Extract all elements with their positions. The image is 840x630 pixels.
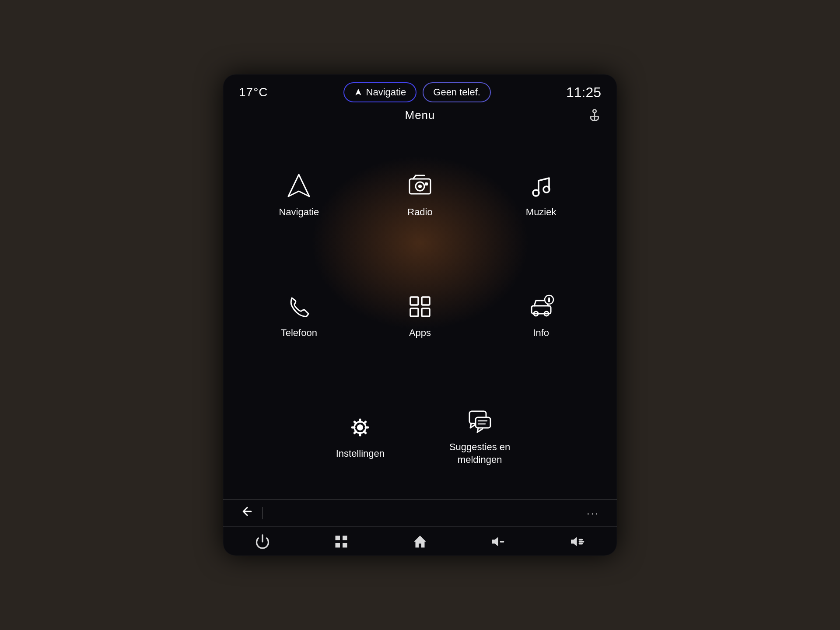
apps-label: Apps — [409, 327, 431, 340]
anchor-icon — [588, 108, 601, 122]
svg-rect-36 — [343, 536, 347, 541]
more-button[interactable]: ··· — [587, 507, 599, 519]
back-button[interactable] — [241, 505, 254, 521]
phone-button[interactable]: Geen telef. — [423, 82, 491, 102]
svg-rect-35 — [336, 536, 340, 541]
nav-button-label: Navigatie — [366, 87, 406, 98]
car-surround: 17°C Navigatie Geen telef. 11:25 Menu — [0, 0, 840, 630]
top-bar: 17°C Navigatie Geen telef. 11:25 — [223, 74, 617, 107]
svg-rect-38 — [343, 543, 347, 548]
temperature-display: 17°C — [239, 85, 268, 99]
info-label: Info — [533, 327, 549, 340]
grid-item-radio[interactable]: Radio — [362, 137, 479, 253]
bottom-nav — [223, 526, 617, 556]
telefoon-icon — [285, 293, 313, 321]
back-arrow-icon — [241, 505, 254, 518]
muziek-label: Muziek — [526, 206, 556, 219]
top-buttons: Navigatie Geen telef. — [343, 82, 491, 102]
home-nav-item[interactable] — [412, 534, 428, 550]
grid-item-apps[interactable]: Apps — [362, 258, 479, 374]
grid-item-info[interactable]: i Info — [483, 258, 599, 374]
suggesties-label: Suggesties en meldingen — [449, 441, 510, 466]
muziek-icon — [527, 172, 555, 200]
bottom-bar-left — [241, 505, 263, 521]
last-row: Instellingen — [241, 378, 599, 495]
grid-item-telefoon[interactable]: Telefoon — [241, 258, 357, 374]
navigatie-label: Navigatie — [279, 206, 319, 219]
settings-top-icon[interactable] — [588, 108, 601, 125]
navigation-button[interactable]: Navigatie — [343, 82, 417, 102]
power-nav-item[interactable] — [255, 534, 270, 550]
radio-label: Radio — [407, 206, 432, 219]
grid-icon — [333, 534, 349, 550]
svg-rect-11 — [410, 297, 418, 305]
nav-arrow-icon — [354, 88, 363, 97]
svg-text:i: i — [548, 297, 550, 303]
instellingen-label: Instellingen — [336, 448, 385, 460]
instellingen-icon — [346, 413, 374, 441]
apps-icon — [406, 293, 434, 321]
info-icon: i — [527, 293, 555, 321]
svg-point-5 — [419, 185, 421, 188]
svg-rect-13 — [410, 308, 418, 316]
grid-item-muziek[interactable]: Muziek — [483, 137, 599, 253]
svg-rect-37 — [336, 543, 340, 548]
svg-point-29 — [357, 425, 363, 430]
suggesties-icon — [466, 407, 494, 435]
svg-rect-8 — [425, 183, 427, 185]
screen: 17°C Navigatie Geen telef. 11:25 Menu — [223, 74, 617, 556]
grid-item-instellingen[interactable]: Instellingen — [301, 378, 420, 495]
power-icon — [255, 534, 270, 550]
main-grid: Navigatie Radio — [223, 128, 617, 499]
bottom-bar: ··· — [223, 499, 617, 526]
menu-title-bar: Menu — [223, 107, 617, 128]
home-icon — [412, 534, 428, 550]
vol-down-icon — [491, 534, 507, 550]
navigatie-icon — [285, 172, 313, 200]
vol-up-icon — [570, 534, 585, 550]
svg-marker-2 — [288, 175, 309, 196]
radio-icon — [406, 172, 434, 200]
vol-down-nav-item[interactable] — [491, 534, 507, 550]
vol-up-nav-item[interactable] — [570, 534, 585, 550]
telefoon-label: Telefoon — [281, 327, 317, 340]
time-display: 11:25 — [566, 84, 601, 101]
svg-rect-12 — [422, 297, 430, 305]
svg-rect-31 — [476, 417, 490, 428]
menu-title: Menu — [405, 108, 435, 122]
grid-item-suggesties[interactable]: Suggesties en meldingen — [420, 378, 539, 495]
divider — [262, 507, 263, 519]
svg-rect-14 — [422, 308, 430, 316]
phone-button-label: Geen telef. — [433, 87, 480, 98]
grid-nav-item[interactable] — [333, 534, 349, 550]
grid-item-navigatie[interactable]: Navigatie — [241, 137, 357, 253]
